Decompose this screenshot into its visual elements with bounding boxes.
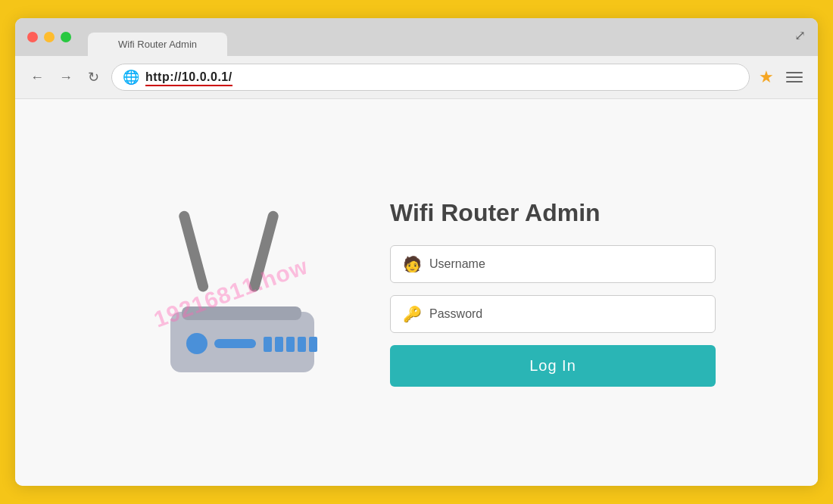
outer-frame: Wifi Router Admin ⤢ ← → ↻ 🌐 http://10.0.… xyxy=(11,14,822,490)
menu-line-2 xyxy=(786,76,803,78)
svg-rect-7 xyxy=(275,337,283,352)
router-svg xyxy=(125,194,337,406)
svg-rect-8 xyxy=(286,337,295,352)
login-panel: Wifi Router Admin 🧑 Username 🔑 Password … xyxy=(390,199,716,387)
window-controls xyxy=(27,32,71,42)
menu-line-3 xyxy=(786,81,803,82)
svg-rect-5 xyxy=(214,339,256,348)
password-field[interactable]: 🔑 Password xyxy=(390,295,716,333)
router-illustration: 19216811.how xyxy=(117,179,345,406)
address-bar[interactable]: 🌐 http://10.0.0.1/ xyxy=(111,64,750,91)
expand-icon[interactable]: ⤢ xyxy=(794,27,806,44)
svg-rect-9 xyxy=(298,337,306,352)
svg-rect-1 xyxy=(248,210,279,293)
page-content: 19216811.how xyxy=(15,99,818,486)
url-underline xyxy=(145,85,232,86)
svg-rect-0 xyxy=(178,210,210,293)
forward-button[interactable]: → xyxy=(56,67,76,87)
svg-rect-10 xyxy=(309,337,317,352)
back-button[interactable]: ← xyxy=(27,67,47,87)
password-placeholder: Password xyxy=(429,307,482,321)
title-bar: Wifi Router Admin ⤢ xyxy=(15,18,818,56)
username-field[interactable]: 🧑 Username xyxy=(390,245,716,283)
tab-label: Wifi Router Admin xyxy=(118,39,197,50)
svg-rect-3 xyxy=(182,306,301,320)
menu-line-1 xyxy=(786,72,803,73)
user-icon: 🧑 xyxy=(403,255,422,273)
svg-rect-6 xyxy=(264,337,272,352)
content-inner: 19216811.how xyxy=(117,179,716,406)
minimize-button[interactable] xyxy=(44,32,55,42)
maximize-button[interactable] xyxy=(61,32,71,42)
browser-tab[interactable]: Wifi Router Admin xyxy=(88,33,227,56)
globe-icon: 🌐 xyxy=(123,69,139,86)
username-placeholder: Username xyxy=(429,257,485,271)
reload-button[interactable]: ↻ xyxy=(85,67,102,87)
close-button[interactable] xyxy=(27,32,38,42)
menu-button[interactable] xyxy=(783,69,806,86)
bookmark-button[interactable]: ★ xyxy=(759,67,774,87)
browser-window: Wifi Router Admin ⤢ ← → ↻ 🌐 http://10.0.… xyxy=(15,18,818,486)
address-bar-area: ← → ↻ 🌐 http://10.0.0.1/ ★ xyxy=(15,56,818,99)
url-text: http://10.0.0.1/ xyxy=(145,70,232,84)
key-icon: 🔑 xyxy=(403,305,422,323)
login-title: Wifi Router Admin xyxy=(390,199,716,227)
login-button[interactable]: Log In xyxy=(390,345,716,387)
svg-point-4 xyxy=(186,333,207,354)
